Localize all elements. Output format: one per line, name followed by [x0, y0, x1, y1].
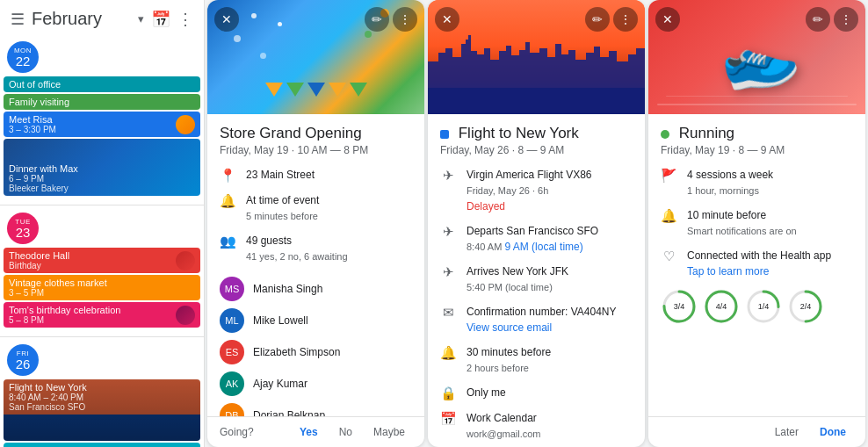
email-icon: ✉: [440, 305, 456, 321]
close-button[interactable]: ✕: [214, 7, 239, 32]
flight-content: Flight to New York Friday, May 26 · 8 — …: [428, 114, 645, 447]
avatar: [176, 306, 195, 325]
detail-text: 10 minute before Smart notifications are…: [687, 207, 797, 239]
yes-button[interactable]: Yes: [293, 422, 325, 442]
shoe-icon: 👟: [711, 15, 804, 99]
card-title: Flight to New York: [440, 125, 633, 142]
list-item[interactable]: Vintage clothes market 3 – 5 PM: [4, 275, 200, 300]
day-badge-fri26[interactable]: FRI 26: [7, 344, 39, 376]
day-section-tue23: TUE 23 Theodore Hall Birthday Vintage cl…: [0, 209, 204, 333]
more-button[interactable]: ⋮: [393, 7, 417, 32]
list-item[interactable]: Flight to New York 8:40 AM – 2:40 PM San…: [4, 379, 200, 441]
later-button[interactable]: Later: [768, 422, 806, 442]
event-time: 5 – 8 PM: [9, 315, 120, 325]
list-item: ES Elizabeth Simpson: [220, 336, 412, 368]
detail-text: 30 minutes before 2 hours before: [467, 344, 551, 376]
list-item[interactable]: Out of office: [4, 76, 200, 92]
flag-green2: [350, 83, 367, 97]
events-fri26: Flight to New York 8:40 AM – 2:40 PM San…: [0, 379, 204, 447]
calendar-body: MON 22 Out of office Family visiting Mee…: [0, 38, 204, 447]
detail-text: Connected with the Health app Tap to lea…: [687, 248, 831, 279]
event-sub: Bleeker Bakery: [9, 184, 195, 193]
decor-line: [657, 104, 857, 105]
edit-button[interactable]: ✏: [365, 7, 389, 32]
detail-departs: ✈ Departs San Francisco SFO 8:40 AM 9 AM…: [440, 223, 633, 255]
calendar-view-icon[interactable]: 📅: [151, 10, 170, 29]
card-subtitle: Friday, May 26 · 8 — 9 AM: [440, 144, 633, 156]
more-button[interactable]: ⋮: [613, 7, 638, 32]
detail-text: Departs San Francisco SFO 8:40 AM 9 AM (…: [467, 223, 598, 255]
flag-green: [286, 83, 304, 97]
edit-button[interactable]: ✏: [585, 7, 610, 32]
list-item[interactable]: Dinner with Max 6 – 9 PM Bleeker Bakery: [4, 139, 200, 196]
avatar: [176, 115, 195, 134]
detail-text: Arrives New York JFK 5:40 PM (local time…: [467, 263, 568, 295]
detail-confirmation: ✉ Confirmation number: VA404NY View sour…: [440, 304, 633, 335]
detail-text: 4 sessions a week 1 hour, mornings: [687, 167, 773, 198]
header-icons: 📅 ⋮: [151, 10, 193, 29]
list-item[interactable]: Family visiting: [4, 94, 200, 110]
edit-button[interactable]: ✏: [806, 7, 830, 32]
event-title: Family visiting: [9, 97, 195, 107]
event-info: Tom's birthday celebration 5 – 8 PM: [9, 305, 120, 325]
more-options-icon[interactable]: ⋮: [177, 10, 193, 29]
close-button[interactable]: ✕: [655, 7, 680, 32]
circle-label: 2/4: [800, 302, 812, 311]
done-button[interactable]: Done: [813, 422, 853, 442]
no-button[interactable]: No: [332, 422, 359, 442]
bell-icon: 🔔: [440, 345, 456, 361]
hamburger-icon[interactable]: ☰: [11, 10, 25, 29]
list-item[interactable]: Meet Risa 3 – 3:30 PM: [4, 112, 200, 137]
event-time: 6 – 9 PM: [9, 174, 195, 184]
flag-icon: 🚩: [661, 168, 676, 184]
events-tue23: Theodore Hall Birthday Vintage clothes m…: [0, 248, 204, 333]
avatar: ML: [220, 308, 244, 333]
day-label-mon22: MON 22: [0, 38, 204, 76]
guests-icon: 👥: [220, 234, 235, 249]
detail-text: 23 Main Street: [246, 167, 315, 183]
action-buttons: ✏ ⋮: [585, 7, 638, 32]
flight-hero: ✕ ✏ ⋮: [428, 0, 645, 114]
guest-name: Dorian Belknap: [253, 409, 325, 416]
calendar-panel: ☰ February ▾ 📅 ⋮ MON 22 Out of office Fa…: [0, 0, 205, 447]
detail-text: Virgin America Flight VX86 Friday, May 2…: [467, 167, 592, 214]
list-item[interactable]: Weekly update 5:30 – 6 PM: [4, 443, 200, 447]
day-section-fri26: FRI 26 Flight to New York 8:40 AM – 2:40…: [0, 341, 204, 447]
day-badge-tue23[interactable]: TUE 23: [7, 213, 39, 244]
running-title: Running: [679, 125, 734, 141]
progress-circle-4: 2/4: [787, 288, 824, 325]
flight-title: Flight to New York: [459, 125, 579, 141]
list-item: ML Mike Lowell: [220, 305, 412, 336]
decor-dot: [251, 13, 257, 18]
dropdown-icon[interactable]: ▾: [138, 12, 144, 25]
calendar-icon: 📅: [440, 411, 456, 427]
calendar-header: ☰ February ▾ 📅 ⋮: [0, 0, 204, 38]
close-button[interactable]: ✕: [435, 7, 459, 32]
event-title: Theodore Hall: [9, 250, 69, 261]
day-badge-mon22[interactable]: MON 22: [7, 41, 39, 73]
detail-arrives: ✈ Arrives New York JFK 5:40 PM (local ti…: [440, 263, 633, 295]
detail-text: At time of event5 minutes before: [246, 192, 319, 224]
progress-circle-3: 1/4: [745, 288, 782, 325]
store-footer: Going? Yes No Maybe: [207, 416, 424, 447]
footer-actions: Yes No Maybe: [293, 422, 412, 442]
guest-name: Mike Lowell: [253, 314, 308, 327]
avatar: [176, 251, 195, 270]
list-item[interactable]: Theodore Hall Birthday: [4, 248, 200, 273]
event-title: Meet Risa: [9, 114, 56, 125]
detail-calendar: 📅 Work Calendar work@gmail.com: [440, 410, 633, 442]
avatar: AK: [220, 371, 244, 396]
detail-privacy: 🔒 Only me: [440, 385, 633, 401]
day-label-tue23: TUE 23: [0, 209, 204, 248]
running-card: 👟 ✕ ✏ ⋮ Running Friday, May 19 · 8 — 9 A…: [648, 0, 865, 447]
list-item[interactable]: Tom's birthday celebration 5 – 8 PM: [4, 302, 200, 328]
flag-yellow2: [329, 83, 346, 97]
notification-icon: 🔔: [220, 193, 235, 209]
more-button[interactable]: ⋮: [834, 7, 858, 32]
event-title: Flight to New York: [9, 382, 195, 393]
location-icon: 📍: [220, 168, 235, 184]
detail-text: Only me: [467, 385, 506, 400]
maybe-button[interactable]: Maybe: [366, 422, 412, 442]
card-title: Running: [661, 125, 853, 142]
svg-rect-34: [507, 95, 510, 108]
